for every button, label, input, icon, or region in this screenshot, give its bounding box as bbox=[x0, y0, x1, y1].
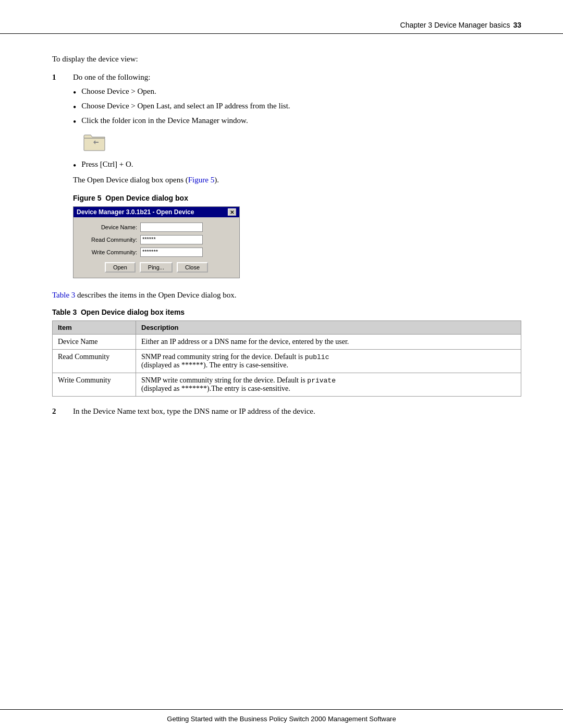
bullet-text-1: Choose Device > Open. bbox=[81, 87, 156, 96]
step-1-bullets-2: • Press [Ctrl] + O. bbox=[73, 160, 521, 170]
dialog-field-read-community: Read Community: ****** bbox=[80, 235, 233, 244]
bullet-dot-3: • bbox=[73, 117, 76, 127]
step-2-text: In the Device Name text box, type the DN… bbox=[73, 407, 521, 416]
close-button[interactable]: Close bbox=[177, 262, 208, 273]
header-text: Chapter 3 Device Manager basics33 bbox=[400, 21, 521, 29]
dialog-body: Device Name: Read Community: ****** Writ… bbox=[74, 217, 239, 278]
col-header-description: Description bbox=[136, 321, 521, 335]
intro-text: To display the device view: bbox=[52, 55, 521, 64]
item-read-community: Read Community bbox=[53, 350, 136, 373]
bullet-text-3: Click the folder icon in the Device Mana… bbox=[81, 116, 248, 125]
folder-icon-area bbox=[83, 133, 521, 154]
write-community-input[interactable]: ******* bbox=[140, 248, 203, 257]
bullet-text-2: Choose Device > Open Last, and select an… bbox=[81, 102, 290, 110]
step-1-content: Do one of the following: • Choose Device… bbox=[73, 73, 521, 281]
step-1-number: 1 bbox=[52, 73, 73, 281]
step-1-heading: Do one of the following: bbox=[73, 73, 521, 82]
page-footer: Getting Started with the Business Policy… bbox=[0, 709, 563, 728]
step-2-content: In the Device Name text box, type the DN… bbox=[73, 407, 521, 416]
figure-caption: Open Device dialog box bbox=[105, 194, 188, 202]
table-word: Table 3 bbox=[52, 308, 77, 316]
figure-word: Figure 5 bbox=[73, 194, 101, 202]
dialog-titlebar: Device Manager 3.0.1b21 - Open Device ✕ bbox=[74, 207, 239, 217]
bullet-dot-2: • bbox=[73, 103, 76, 112]
item-device-name: Device Name bbox=[53, 335, 136, 350]
bullet-item-3: • Click the folder icon in the Device Ma… bbox=[73, 116, 521, 127]
table-row: Write Community SNMP write community str… bbox=[53, 373, 521, 397]
table-caption: Open Device dialog box items bbox=[81, 308, 185, 316]
dialog-title: Device Manager 3.0.1b21 - Open Device bbox=[77, 208, 194, 216]
dialog-field-write-community: Write Community: ******* bbox=[80, 248, 233, 257]
dialog-field-device-name: Device Name: bbox=[80, 223, 233, 232]
device-name-label: Device Name: bbox=[80, 224, 137, 230]
write-community-label: Write Community: bbox=[80, 249, 137, 255]
figure-5-area: Figure 5 Open Device dialog box Device M… bbox=[73, 194, 521, 278]
table-row: Device Name Either an IP address or a DN… bbox=[53, 335, 521, 350]
step-1-block: 1 Do one of the following: • Choose Devi… bbox=[52, 73, 521, 281]
bullet-item-4: • Press [Ctrl] + O. bbox=[73, 160, 521, 170]
dialog-close-button[interactable]: ✕ bbox=[228, 208, 236, 216]
desc-read-community: SNMP read community string for the devic… bbox=[136, 350, 521, 373]
desc-write-community: SNMP write community string for the devi… bbox=[136, 373, 521, 397]
step-1-bullets: • Choose Device > Open. • Choose Device … bbox=[73, 87, 521, 127]
open-button[interactable]: Open bbox=[105, 262, 136, 273]
bullet-item-1: • Choose Device > Open. bbox=[73, 87, 521, 97]
bullet-dot-1: • bbox=[73, 88, 76, 97]
device-name-input[interactable] bbox=[140, 223, 203, 232]
figure-5-link[interactable]: Figure 5 bbox=[188, 176, 214, 184]
ping-button[interactable]: Ping... bbox=[140, 262, 173, 273]
bullet-item-2: • Choose Device > Open Last, and select … bbox=[73, 102, 521, 112]
table-ref-text-content: describes the items in the Open Device d… bbox=[75, 291, 236, 299]
table-3-link[interactable]: Table 3 bbox=[52, 291, 75, 299]
header-page: 33 bbox=[513, 21, 521, 29]
dialog-buttons: Open Ping... Close bbox=[80, 262, 233, 273]
read-community-input[interactable]: ****** bbox=[140, 235, 203, 244]
table-3-label: Table 3 Open Device dialog box items bbox=[52, 308, 521, 316]
col-header-item: Item bbox=[53, 321, 136, 335]
item-write-community: Write Community bbox=[53, 373, 136, 397]
desc-device-name: Either an IP address or a DNS name for t… bbox=[136, 335, 521, 350]
table-header-row: Item Description bbox=[53, 321, 521, 335]
read-community-label: Read Community: bbox=[80, 237, 137, 243]
footer-text: Getting Started with the Business Policy… bbox=[167, 715, 396, 723]
page-container: Chapter 3 Device Manager basics33 To dis… bbox=[0, 0, 563, 728]
table-ref-paragraph: Table 3 describes the items in the Open … bbox=[52, 291, 521, 300]
main-content: To display the device view: 1 Do one of … bbox=[0, 34, 563, 709]
step-2-number: 2 bbox=[52, 407, 73, 416]
open-device-table: Item Description Device Name Either an I… bbox=[52, 320, 521, 397]
dialog-screenshot: Device Manager 3.0.1b21 - Open Device ✕ … bbox=[73, 206, 240, 278]
bullet-text-4: Press [Ctrl] + O. bbox=[81, 160, 133, 169]
header-chapter: Chapter 3 Device Manager basics bbox=[400, 21, 510, 29]
bullet-dot-4: • bbox=[73, 161, 76, 170]
figure-5-label: Figure 5 Open Device dialog box bbox=[73, 194, 521, 202]
folder-icon bbox=[83, 133, 105, 152]
step-2-block: 2 In the Device Name text box, type the … bbox=[52, 407, 521, 416]
table-row: Read Community SNMP read community strin… bbox=[53, 350, 521, 373]
svg-rect-0 bbox=[84, 138, 105, 151]
open-device-text: The Open Device dialog box opens (Figure… bbox=[73, 176, 521, 184]
page-header: Chapter 3 Device Manager basics33 bbox=[0, 0, 563, 34]
